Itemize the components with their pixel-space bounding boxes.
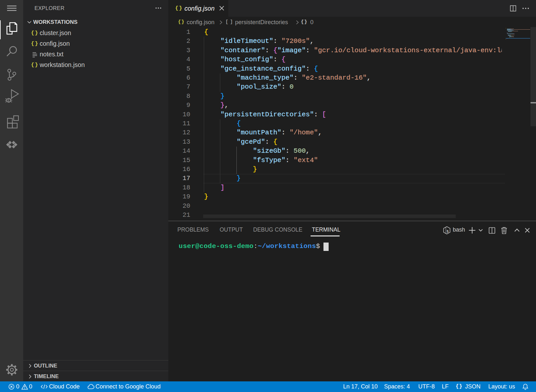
svg-text:$: $ <box>447 229 449 233</box>
